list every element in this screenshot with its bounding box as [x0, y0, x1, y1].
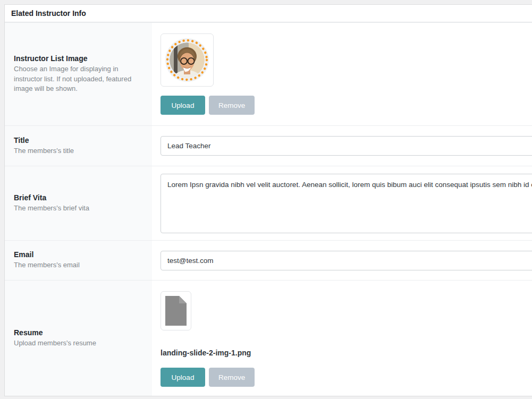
field-meta: Resume Upload members's resume	[5, 281, 152, 396]
resume-filename: landing-slide-2-img-1.png	[161, 349, 532, 357]
file-icon	[165, 296, 187, 326]
field-control: Upload Remove	[152, 23, 532, 125]
field-meta: Brief Vita The members's brief vita	[5, 166, 152, 240]
metabox-title: Elated Instructor Info	[11, 9, 86, 18]
image-remove-button[interactable]: Remove	[209, 96, 255, 115]
field-meta: Email The members's email	[5, 241, 152, 280]
field-label: Resume	[14, 328, 137, 337]
image-buttons: Upload Remove	[161, 96, 532, 115]
field-control	[152, 241, 532, 280]
avatar-photo-icon	[163, 36, 211, 84]
metabox-header: Elated Instructor Info	[5, 5, 532, 22]
field-description: The members's title	[14, 146, 137, 156]
field-description: Upload members's resume	[14, 338, 137, 349]
title-input[interactable]	[161, 136, 532, 156]
field-label: Brief Vita	[14, 193, 137, 202]
field-control: landing-slide-2-img-1.png Upload Remove	[152, 281, 532, 396]
field-meta: Title The members's title	[5, 126, 152, 166]
field-row-email: Email The members's email	[5, 240, 532, 280]
field-row-brief-vita: Brief Vita The members's brief vita Lore…	[5, 166, 532, 240]
field-meta: Instructor List Image Choose an Image fo…	[5, 23, 152, 125]
field-description: The members's email	[14, 260, 137, 270]
field-label: Title	[14, 136, 137, 145]
resume-remove-button[interactable]: Remove	[209, 368, 255, 387]
resume-upload-button[interactable]: Upload	[161, 368, 205, 387]
field-control	[152, 126, 532, 166]
resume-file-preview[interactable]	[161, 291, 191, 330]
image-upload-button[interactable]: Upload	[161, 96, 205, 115]
field-control: Lorem Ipsn gravida nibh vel velit auctor…	[152, 166, 532, 240]
field-row-instructor-list-image: Instructor List Image Choose an Image fo…	[5, 22, 532, 125]
email-input[interactable]	[161, 251, 532, 270]
resume-buttons: Upload Remove	[161, 368, 532, 387]
brief-vita-textarea[interactable]: Lorem Ipsn gravida nibh vel velit auctor…	[161, 174, 532, 233]
field-row-resume: Resume Upload members's resume landing-s…	[5, 280, 532, 396]
instructor-image-preview[interactable]	[161, 33, 214, 87]
field-row-title: Title The members's title	[5, 125, 532, 166]
instructor-info-metabox: Elated Instructor Info Instructor List I…	[4, 4, 532, 396]
field-label: Instructor List Image	[14, 54, 137, 63]
field-description: Choose an Image for displaying in instru…	[14, 64, 137, 95]
field-label: Email	[14, 250, 137, 259]
field-description: The members's brief vita	[14, 203, 137, 214]
